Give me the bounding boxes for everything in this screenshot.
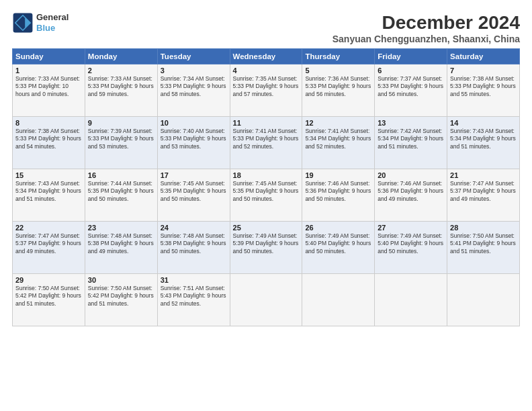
day-detail: Sunrise: 7:45 AM Sunset: 5:35 PM Dayligh… (161, 180, 227, 203)
cell-w0-d2: 3Sunrise: 7:34 AM Sunset: 5:33 PM Daylig… (157, 64, 230, 117)
logo: General Blue (12, 12, 69, 34)
day-detail: Sunrise: 7:50 AM Sunset: 5:42 PM Dayligh… (15, 285, 82, 308)
day-number: 3 (161, 66, 227, 75)
cell-w3-d2: 24Sunrise: 7:48 AM Sunset: 5:38 PM Dayli… (157, 222, 230, 274)
day-number: 24 (161, 224, 227, 232)
cell-w3-d4: 26Sunrise: 7:49 AM Sunset: 5:40 PM Dayli… (302, 222, 375, 274)
day-detail: Sunrise: 7:47 AM Sunset: 5:37 PM Dayligh… (15, 232, 82, 255)
cell-w4-d2: 31Sunrise: 7:51 AM Sunset: 5:43 PM Dayli… (157, 274, 230, 326)
day-detail: Sunrise: 7:40 AM Sunset: 5:33 PM Dayligh… (161, 128, 227, 150)
cell-w4-d4 (302, 274, 375, 326)
page: General Blue December 2024 Sanyuan Cheng… (0, 0, 532, 411)
cell-w0-d1: 2Sunrise: 7:33 AM Sunset: 5:33 PM Daylig… (85, 64, 157, 117)
day-detail: Sunrise: 7:34 AM Sunset: 5:33 PM Dayligh… (161, 75, 227, 98)
cell-w2-d6: 21Sunrise: 7:47 AM Sunset: 5:37 PM Dayli… (447, 169, 520, 222)
day-number: 6 (378, 66, 444, 75)
day-number: 10 (161, 119, 227, 127)
cell-w0-d0: 1Sunrise: 7:33 AM Sunset: 5:33 PM Daylig… (13, 64, 85, 117)
day-detail: Sunrise: 7:47 AM Sunset: 5:37 PM Dayligh… (450, 180, 517, 203)
day-detail: Sunrise: 7:48 AM Sunset: 5:38 PM Dayligh… (161, 232, 227, 255)
header: General Blue December 2024 Sanyuan Cheng… (12, 12, 520, 44)
cell-w3-d0: 22Sunrise: 7:47 AM Sunset: 5:37 PM Dayli… (13, 222, 85, 274)
cell-w1-d2: 10Sunrise: 7:40 AM Sunset: 5:33 PM Dayli… (157, 117, 230, 169)
col-header-tuesday: Tuesday (157, 49, 230, 64)
cell-w4-d3 (230, 274, 302, 326)
cell-w4-d0: 29Sunrise: 7:50 AM Sunset: 5:42 PM Dayli… (13, 274, 85, 326)
day-number: 4 (233, 66, 300, 75)
cell-w2-d1: 16Sunrise: 7:44 AM Sunset: 5:35 PM Dayli… (85, 169, 157, 222)
day-detail: Sunrise: 7:46 AM Sunset: 5:36 PM Dayligh… (378, 180, 444, 203)
cell-w2-d3: 18Sunrise: 7:45 AM Sunset: 5:35 PM Dayli… (230, 169, 302, 222)
day-detail: Sunrise: 7:43 AM Sunset: 5:34 PM Dayligh… (15, 180, 82, 203)
day-detail: Sunrise: 7:41 AM Sunset: 5:34 PM Dayligh… (305, 128, 371, 150)
day-number: 28 (450, 224, 517, 232)
day-detail: Sunrise: 7:46 AM Sunset: 5:36 PM Dayligh… (305, 180, 371, 203)
col-header-saturday: Saturday (447, 49, 520, 64)
day-detail: Sunrise: 7:49 AM Sunset: 5:39 PM Dayligh… (233, 232, 300, 255)
day-number: 2 (88, 66, 154, 75)
day-number: 17 (161, 171, 227, 179)
day-number: 30 (88, 276, 154, 284)
cell-w1-d5: 13Sunrise: 7:42 AM Sunset: 5:34 PM Dayli… (375, 117, 447, 169)
cell-w0-d4: 5Sunrise: 7:36 AM Sunset: 5:33 PM Daylig… (302, 64, 375, 117)
day-number: 7 (450, 66, 517, 75)
col-header-friday: Friday (375, 49, 447, 64)
col-header-wednesday: Wednesday (230, 49, 302, 64)
calendar-table: SundayMondayTuesdayWednesdayThursdayFrid… (12, 48, 520, 326)
cell-w1-d6: 14Sunrise: 7:43 AM Sunset: 5:34 PM Dayli… (447, 117, 520, 169)
cell-w2-d5: 20Sunrise: 7:46 AM Sunset: 5:36 PM Dayli… (375, 169, 447, 222)
day-detail: Sunrise: 7:45 AM Sunset: 5:35 PM Dayligh… (233, 180, 300, 203)
day-number: 22 (15, 224, 82, 232)
cell-w1-d4: 12Sunrise: 7:41 AM Sunset: 5:34 PM Dayli… (302, 117, 375, 169)
day-number: 13 (378, 119, 444, 127)
col-header-thursday: Thursday (302, 49, 375, 64)
day-detail: Sunrise: 7:39 AM Sunset: 5:33 PM Dayligh… (88, 128, 154, 150)
day-detail: Sunrise: 7:44 AM Sunset: 5:35 PM Dayligh… (88, 180, 154, 203)
day-number: 18 (233, 171, 300, 179)
cell-w1-d1: 9Sunrise: 7:39 AM Sunset: 5:33 PM Daylig… (85, 117, 157, 169)
header-row: SundayMondayTuesdayWednesdayThursdayFrid… (13, 49, 520, 64)
subtitle: Sanyuan Chengguanzhen, Shaanxi, China (332, 34, 520, 44)
day-number: 27 (378, 224, 444, 232)
logo-icon (12, 12, 34, 34)
day-detail: Sunrise: 7:43 AM Sunset: 5:34 PM Dayligh… (450, 128, 517, 150)
cell-w2-d0: 15Sunrise: 7:43 AM Sunset: 5:34 PM Dayli… (13, 169, 85, 222)
cell-w3-d5: 27Sunrise: 7:49 AM Sunset: 5:40 PM Dayli… (375, 222, 447, 274)
main-title: December 2024 (332, 12, 520, 34)
day-number: 9 (88, 119, 154, 127)
cell-w4-d1: 30Sunrise: 7:50 AM Sunset: 5:42 PM Dayli… (85, 274, 157, 326)
cell-w2-d4: 19Sunrise: 7:46 AM Sunset: 5:36 PM Dayli… (302, 169, 375, 222)
day-detail: Sunrise: 7:33 AM Sunset: 5:33 PM Dayligh… (88, 75, 154, 98)
day-number: 23 (88, 224, 154, 232)
cell-w1-d0: 8Sunrise: 7:38 AM Sunset: 5:33 PM Daylig… (13, 117, 85, 169)
day-detail: Sunrise: 7:50 AM Sunset: 5:42 PM Dayligh… (88, 285, 154, 308)
day-number: 25 (233, 224, 300, 232)
week-row-5: 29Sunrise: 7:50 AM Sunset: 5:42 PM Dayli… (13, 274, 520, 326)
day-number: 26 (305, 224, 371, 232)
day-detail: Sunrise: 7:51 AM Sunset: 5:43 PM Dayligh… (161, 285, 227, 308)
day-number: 31 (161, 276, 227, 284)
day-detail: Sunrise: 7:49 AM Sunset: 5:40 PM Dayligh… (305, 232, 371, 255)
cell-w3-d1: 23Sunrise: 7:48 AM Sunset: 5:38 PM Dayli… (85, 222, 157, 274)
logo-text: General Blue (36, 12, 69, 33)
week-row-2: 8Sunrise: 7:38 AM Sunset: 5:33 PM Daylig… (13, 117, 520, 169)
title-block: December 2024 Sanyuan Chengguanzhen, Sha… (332, 12, 520, 44)
day-detail: Sunrise: 7:36 AM Sunset: 5:33 PM Dayligh… (305, 75, 371, 98)
cell-w0-d3: 4Sunrise: 7:35 AM Sunset: 5:33 PM Daylig… (230, 64, 302, 117)
cell-w4-d6 (447, 274, 520, 326)
cell-w4-d5 (375, 274, 447, 326)
day-number: 20 (378, 171, 444, 179)
cell-w3-d3: 25Sunrise: 7:49 AM Sunset: 5:39 PM Dayli… (230, 222, 302, 274)
week-row-3: 15Sunrise: 7:43 AM Sunset: 5:34 PM Dayli… (13, 169, 520, 222)
cell-w0-d6: 7Sunrise: 7:38 AM Sunset: 5:33 PM Daylig… (447, 64, 520, 117)
day-detail: Sunrise: 7:50 AM Sunset: 5:41 PM Dayligh… (450, 232, 517, 255)
day-number: 16 (88, 171, 154, 179)
day-detail: Sunrise: 7:35 AM Sunset: 5:33 PM Dayligh… (233, 75, 300, 98)
day-number: 29 (15, 276, 82, 284)
cell-w0-d5: 6Sunrise: 7:37 AM Sunset: 5:33 PM Daylig… (375, 64, 447, 117)
day-number: 5 (305, 66, 371, 75)
day-number: 15 (15, 171, 82, 179)
week-row-4: 22Sunrise: 7:47 AM Sunset: 5:37 PM Dayli… (13, 222, 520, 274)
day-detail: Sunrise: 7:41 AM Sunset: 5:33 PM Dayligh… (233, 128, 300, 150)
day-number: 11 (233, 119, 300, 127)
